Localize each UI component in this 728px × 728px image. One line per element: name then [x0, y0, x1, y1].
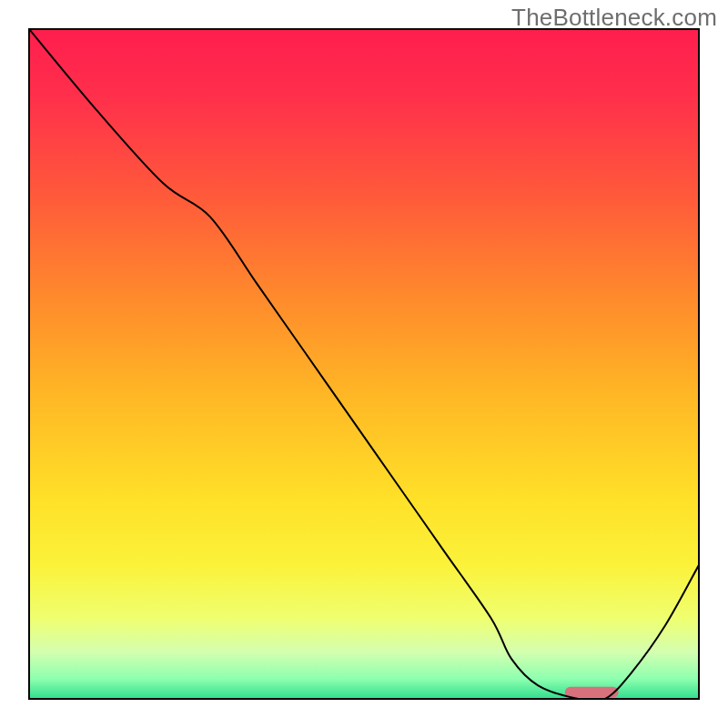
gradient-background [29, 29, 699, 699]
bottleneck-chart [0, 0, 728, 728]
watermark-text: TheBottleneck.com [511, 4, 717, 32]
chart-stage: TheBottleneck.com [0, 0, 728, 728]
